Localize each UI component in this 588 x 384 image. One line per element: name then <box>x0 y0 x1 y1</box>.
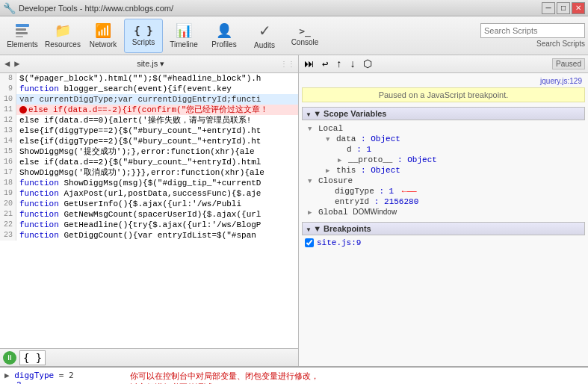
step-up[interactable]: ↑ <box>333 58 344 70</box>
code-line-15[interactable]: 15ShowDiggMsg('提交成功');},error:function(x… <box>0 146 298 157</box>
code-line-14[interactable]: 14else{if(diggType==2){$("#bury_count_"+… <box>0 136 298 146</box>
pause-button[interactable]: ⏸ <box>3 351 16 365</box>
audits-tab[interactable]: ✓ Audits <box>245 19 284 53</box>
breakpoint-file: site.js:9 <box>317 238 361 247</box>
pause-status: Paused <box>552 58 585 69</box>
code-line-9[interactable]: 9function blogger_search(event){if(event… <box>0 84 298 94</box>
code-line-10[interactable]: 10var currentDiggType;var currentDiggEnt… <box>0 94 298 105</box>
line-content: var currentDiggType;var currentDiggEntry… <box>16 94 298 105</box>
line-content: function ShowDiggMsg(msg){$("#digg_tip_"… <box>16 178 298 188</box>
svg-rect-3 <box>16 36 23 37</box>
step-over[interactable]: ⏭ <box>302 58 317 70</box>
local-arrow[interactable]: ▼ <box>308 126 312 133</box>
step-extra[interactable]: ⬡ <box>361 58 374 70</box>
title-text: Developer Tools - http://www.cnblogs.com… <box>19 4 542 13</box>
code-line-21[interactable]: 21function GetNewMsgCount(spacerUserId){… <box>0 209 298 220</box>
local-label: Local <box>318 124 343 133</box>
global-arrow[interactable]: ▶ <box>308 209 312 217</box>
line-content: else if(data.d==0){alert('操作失败，请与管理员联系! <box>16 115 298 126</box>
breakpoint-indicator <box>19 106 27 114</box>
close-button[interactable]: ✕ <box>572 2 585 14</box>
code-line-19[interactable]: 19function AjaxPost(url,postData,success… <box>0 188 298 199</box>
debug-nav: ⏭ ↩ ↑ ↓ ⬡ Paused <box>299 55 588 73</box>
line-number: 21 <box>0 209 16 220</box>
line-number: 22 <box>0 220 16 230</box>
right-content: jquery.js:129 Paused on a JavaScript bre… <box>299 73 588 366</box>
step-down[interactable]: ↓ <box>347 58 358 70</box>
svg-rect-1 <box>16 28 26 31</box>
code-line-17[interactable]: 17ShowDiggMsg('取消成功');}}},error:function… <box>0 167 298 178</box>
scripts-tab[interactable]: { } Scripts <box>124 19 163 53</box>
line-content: function GetDiggCount(){var entryIdList=… <box>16 230 298 241</box>
console-area: ▶ diggType = 22你可以在控制台中对局部变量、闭包变量进行修改，以方… <box>0 368 588 384</box>
elements-tab[interactable]: Elements <box>3 19 42 53</box>
closure-scope: ▼ Closure <box>305 176 582 186</box>
step-into[interactable]: ↩ <box>320 58 330 70</box>
line-content: function AjaxPost(url,postData,successFu… <box>16 188 298 199</box>
code-line-12[interactable]: 12else if(data.d==0){alert('操作失败，请与管理员联系… <box>0 115 298 126</box>
d-item: d : 1 <box>329 144 582 155</box>
proto-item: ▶ __proto__ : Object <box>329 155 582 165</box>
expand-arrow[interactable]: ▶ diggType = 2 <box>4 371 124 380</box>
line-number: 17 <box>0 167 16 178</box>
resources-icon: 📁 <box>55 22 71 39</box>
this-arrow[interactable]: ▶ <box>326 167 329 175</box>
code-line-22[interactable]: 22function GetHeadline(){try{$.ajax({url… <box>0 220 298 230</box>
console-label: Console <box>291 38 319 46</box>
search-label: Search Scripts <box>536 40 585 48</box>
data-arrow[interactable]: ▼ <box>326 136 329 143</box>
line-content: function GetHeadline(){try{$.ajax({url:'… <box>16 220 298 230</box>
braces-button[interactable]: { } <box>19 350 46 365</box>
line-number: 18 <box>0 178 16 188</box>
svg-rect-0 <box>16 24 29 27</box>
code-line-8[interactable]: 8$("#pager_block").html("");$("#headline… <box>0 73 298 84</box>
diggtype-arrow: ←—— <box>402 187 417 196</box>
line-number: 10 <box>0 94 16 105</box>
resources-tab[interactable]: 📁 Resources <box>43 19 82 53</box>
global-label: Global <box>318 208 348 217</box>
code-line-13[interactable]: 13else{if(diggType==2){$("#bury_count_"+… <box>0 126 298 136</box>
resources-label: Resources <box>45 40 81 49</box>
pause-message: Paused on a JavaScript breakpoint. <box>302 87 585 102</box>
breakpoint-checkbox[interactable] <box>305 238 314 247</box>
breakpoint-item: site.js:9 <box>302 237 585 249</box>
profiles-icon: 👤 <box>216 22 232 39</box>
search-area: Search Scripts <box>480 23 585 48</box>
timeline-tab[interactable]: 📊 Timeline <box>164 19 203 53</box>
closure-arrow[interactable]: ▼ <box>308 178 312 185</box>
profiles-label: Profiles <box>211 40 236 49</box>
minimize-button[interactable]: ─ <box>542 2 555 14</box>
entryid-item: entryId : 2156280 <box>317 196 582 207</box>
forward-arrow[interactable]: ▶ <box>13 58 21 69</box>
line-content: else if(data.d==2){$("#bury_count_"+entr… <box>16 157 298 167</box>
profiles-tab[interactable]: 👤 Profiles <box>205 19 244 53</box>
line-number: 9 <box>0 84 16 94</box>
diggtype-value: 2 <box>4 380 124 384</box>
code-line-11[interactable]: 11else if(data.d==-2){if(confirm("您已经评价过… <box>0 105 298 115</box>
line-number: 11 <box>0 105 16 115</box>
proto-arrow[interactable]: ▶ <box>338 157 341 164</box>
scope-variables-section[interactable]: ▼ Scope Variables <box>302 107 585 120</box>
title-bar: 🔧 Developer Tools - http://www.cnblogs.c… <box>0 0 588 16</box>
line-number: 13 <box>0 126 16 136</box>
audits-label: Audits <box>254 41 275 49</box>
code-line-18[interactable]: 18function ShowDiggMsg(msg){$("#digg_tip… <box>0 178 298 188</box>
code-line-23[interactable]: 23function GetDiggCount(){var entryIdLis… <box>0 230 298 241</box>
source-file-selector[interactable]: site.js ▾ <box>22 59 279 69</box>
local-items: ▼ data : Object d : 1 ▶ __proto__ <box>305 134 582 176</box>
network-tab[interactable]: 📶 Network <box>84 19 123 53</box>
back-arrow[interactable]: ◀ <box>3 58 11 69</box>
maximize-button[interactable]: □ <box>557 2 570 14</box>
console-tab[interactable]: >_ Console <box>285 19 324 53</box>
line-number: 12 <box>0 115 16 126</box>
this-item: ▶ this : Object <box>317 165 582 176</box>
code-area[interactable]: 8$("#pager_block").html("");$("#headline… <box>0 73 298 348</box>
global-val: DOMWindow <box>353 208 397 216</box>
code-line-16[interactable]: 16else if(data.d==2){$("#bury_count_"+en… <box>0 157 298 167</box>
search-input[interactable] <box>480 23 585 38</box>
network-label: Network <box>90 40 117 49</box>
line-content: else if(data.d==-2){if(confirm("您已经评价过这文… <box>16 105 298 115</box>
bottom-panel: ▶ diggType = 22你可以在控制台中对局部变量、闭包变量进行修改，以方… <box>0 366 588 384</box>
breakpoints-section[interactable]: ▼ Breakpoints <box>302 222 585 235</box>
code-line-20[interactable]: 20function GetUserInfo(){$.ajax({url:'/w… <box>0 199 298 209</box>
